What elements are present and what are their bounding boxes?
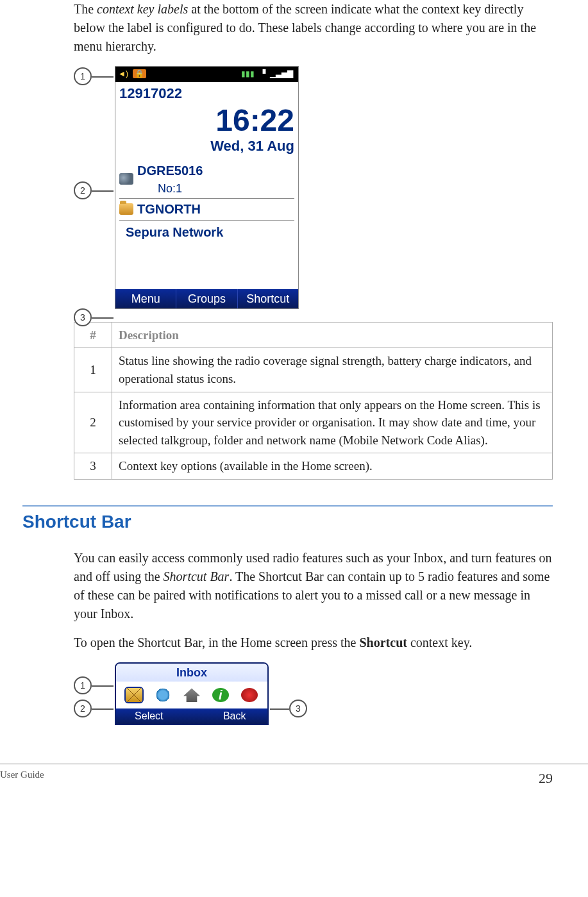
shortcut-bar-figure: 1 2 Inbox Select Back 3 <box>74 662 553 725</box>
status-speaker-icon: ◄) <box>118 69 128 78</box>
phone-folder-row: TGNORTH <box>119 198 294 221</box>
shortcut-callout-2: 2 <box>74 700 92 717</box>
phone-talkgroup: DGRE5016 <box>137 163 203 178</box>
shortcut-alert-icon[interactable] <box>241 688 258 702</box>
shortcut-softkey-back[interactable]: Back <box>201 708 267 724</box>
status-lock-icon: 🔒 <box>133 69 146 78</box>
phone-issi: 12917022 <box>119 83 294 104</box>
table-row: 1 Status line showing the radio coverage… <box>74 348 553 392</box>
shortcut-softkey-select[interactable]: Select <box>116 708 182 724</box>
callout-2: 2 <box>74 181 92 199</box>
home-screen-figure: 1 2 3 ◄) 🔒 ▮▮▮ ▝ ▁▃▅▇ 12917022 16:22 Wed… <box>74 66 553 309</box>
shortcut-inbox-icon[interactable] <box>126 688 142 702</box>
phone-date: Wed, 31 Aug <box>119 136 294 156</box>
section-divider <box>22 505 553 507</box>
page-footer: User Guide 29 <box>0 768 566 798</box>
phone-folder: TGNORTH <box>137 200 201 219</box>
shortcut-home-icon[interactable] <box>183 688 200 702</box>
shortcut-info-icon[interactable] <box>212 688 229 702</box>
shortcut-softkey-bar: Select Back <box>116 708 267 724</box>
phone-talkgroup-no: No:1 <box>158 180 203 197</box>
intro-paragraph: The context key labels at the bottom of … <box>74 0 553 56</box>
footer-page-number: 29 <box>539 768 553 789</box>
shortcut-intro-paragraph: You can easily access commonly used radi… <box>74 549 553 623</box>
shortcut-icon-row <box>116 682 267 708</box>
phone-status-bar: ◄) 🔒 ▮▮▮ ▝ ▁▃▅▇ <box>115 67 298 82</box>
shortcut-bar-screenshot: Inbox Select Back <box>115 662 269 725</box>
footer-left: User Guide <box>0 768 44 789</box>
softkey-menu[interactable]: Menu <box>115 289 176 308</box>
table-row: 3 Context key options (available in the … <box>74 453 553 480</box>
shortcut-callout-1: 1 <box>74 676 92 694</box>
shortcut-open-paragraph: To open the Shortcut Bar, in the Home sc… <box>74 633 553 652</box>
phone-softkey-bar: Menu Groups Shortcut <box>115 289 298 308</box>
phone-screenshot: ◄) 🔒 ▮▮▮ ▝ ▁▃▅▇ 12917022 16:22 Wed, 31 A… <box>115 66 299 309</box>
callout-description-table: # Description 1 Status line showing the … <box>74 322 553 480</box>
phone-time: 16:22 <box>119 105 294 136</box>
shortcut-presence-icon[interactable] <box>155 688 171 702</box>
footer-divider <box>0 764 588 764</box>
signal-icon: ▁▃▅▇ <box>270 69 293 78</box>
phone-talkgroup-row: DGRE5016 No:1 <box>119 160 294 198</box>
softkey-shortcut[interactable]: Shortcut <box>238 289 298 308</box>
shortcut-callout-3: 3 <box>289 700 307 717</box>
phone-network: Sepura Network <box>119 221 294 287</box>
shortcut-bar-heading: Shortcut Bar <box>22 509 553 535</box>
battery-icon: ▮▮▮ <box>241 69 255 78</box>
callout-1: 1 <box>74 67 92 85</box>
shortcut-title: Inbox <box>116 664 267 682</box>
antenna-icon: ▝ <box>260 69 265 78</box>
folder-icon <box>119 203 133 215</box>
group-icon <box>119 173 133 185</box>
softkey-groups[interactable]: Groups <box>176 289 237 308</box>
table-row: 2 Information area containing informatio… <box>74 392 553 453</box>
table-head-desc: Description <box>112 322 553 348</box>
callout-3: 3 <box>74 308 92 326</box>
